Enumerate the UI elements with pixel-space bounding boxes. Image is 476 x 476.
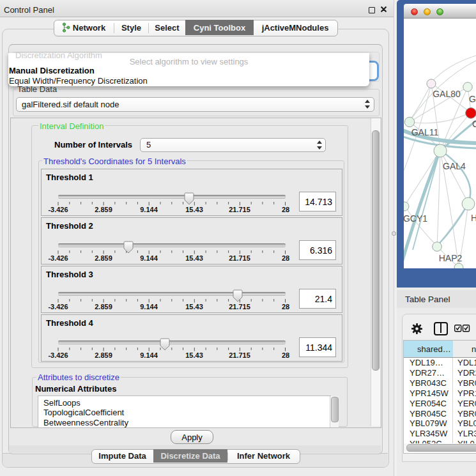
svg-text:C: C bbox=[472, 119, 476, 129]
svg-text:GAL11: GAL11 bbox=[411, 127, 439, 137]
svg-text:GAL80: GAL80 bbox=[433, 89, 461, 99]
svg-text:GCY1: GCY1 bbox=[404, 213, 427, 224]
svg-text:HAP2: HAP2 bbox=[439, 253, 463, 263]
svg-text:H: H bbox=[471, 213, 476, 223]
svg-text:GA: GA bbox=[469, 94, 476, 104]
svg-text:GAL4: GAL4 bbox=[443, 161, 466, 171]
